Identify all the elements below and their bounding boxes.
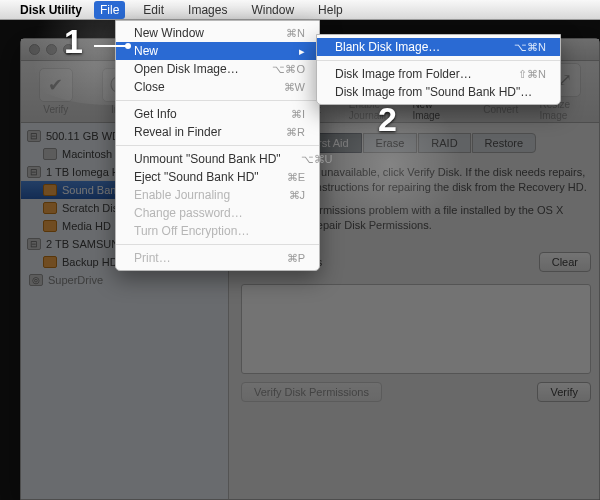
app-name[interactable]: Disk Utility [20, 3, 82, 17]
tab-restore[interactable]: Restore [472, 133, 537, 153]
new-submenu-item-0[interactable]: Blank Disk Image…⌥⌘N [317, 38, 560, 56]
toolbar-verify-button: ✔︎Verify [31, 68, 81, 115]
drive-icon: ⊟ [27, 130, 41, 142]
clear-button[interactable]: Clear [539, 252, 591, 272]
file-menu-item-11: Change password… [116, 204, 319, 222]
menu-window[interactable]: Window [245, 1, 300, 19]
file-menu-item-5[interactable]: Get Info⌘I [116, 105, 319, 123]
new-submenu-item-2[interactable]: Disk Image from Folder…⇧⌘N [317, 65, 560, 83]
callout-1: 1 [64, 22, 132, 61]
log-output [241, 284, 591, 374]
file-menu-item-14: Print…⌘P [116, 249, 319, 267]
menu-images[interactable]: Images [182, 1, 233, 19]
submenu-arrow-icon [299, 44, 305, 58]
file-menu-item-1[interactable]: New [116, 42, 319, 60]
verify-icon: ✔︎ [39, 68, 73, 102]
file-menu-item-6[interactable]: Reveal in Finder⌘R [116, 123, 319, 141]
file-menu-item-10: Enable Journaling⌘J [116, 186, 319, 204]
volume-icon [43, 220, 57, 232]
volume-icon [43, 184, 57, 196]
verify-permissions-button[interactable]: Verify Disk Permissions [241, 382, 382, 402]
file-menu-item-8[interactable]: Unmount "Sound Bank HD"⌥⌘U [116, 150, 319, 168]
callout-2: 2 [378, 100, 397, 139]
file-menu-dropdown: New Window⌘NNewOpen Disk Image…⌥⌘OClose⌘… [115, 20, 320, 271]
drive-icon: ⊟ [27, 238, 41, 250]
svg-point-1 [125, 43, 131, 49]
file-menu-item-2[interactable]: Open Disk Image…⌥⌘O [116, 60, 319, 78]
tab-raid[interactable]: RAID [418, 133, 470, 153]
verify-disk-button[interactable]: Verify [537, 382, 591, 402]
drive-icon: ⊟ [27, 166, 41, 178]
new-submenu-item-3[interactable]: Disk Image from "Sound Bank HD"… [317, 83, 560, 101]
sidebar-superdrive[interactable]: ◎SuperDrive [21, 271, 228, 289]
file-menu-item-0[interactable]: New Window⌘N [116, 24, 319, 42]
file-menu-item-12: Turn Off Encryption… [116, 222, 319, 240]
menubar: Disk Utility File Edit Images Window Hel… [0, 0, 600, 20]
file-menu-item-9[interactable]: Eject "Sound Bank HD"⌘E [116, 168, 319, 186]
volume-icon [43, 202, 57, 214]
menu-edit[interactable]: Edit [137, 1, 170, 19]
menu-file[interactable]: File [94, 1, 125, 19]
menu-help[interactable]: Help [312, 1, 349, 19]
superdrive-icon: ◎ [29, 274, 43, 286]
file-menu-item-3[interactable]: Close⌘W [116, 78, 319, 96]
volume-icon [43, 256, 57, 268]
volume-icon [43, 148, 57, 160]
new-submenu-dropdown: Blank Disk Image…⌥⌘NDisk Image from Fold… [316, 34, 561, 105]
